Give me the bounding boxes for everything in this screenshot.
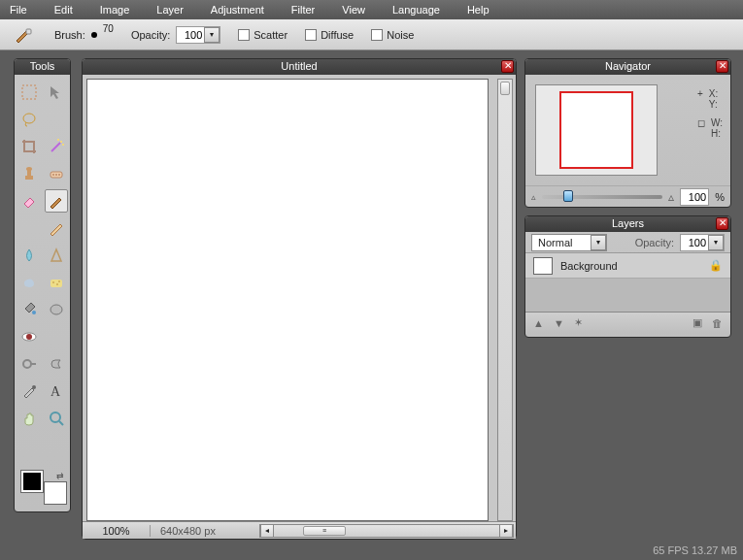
menu-help[interactable]: Help: [467, 4, 490, 16]
zoom-in-icon[interactable]: ▵: [668, 190, 674, 204]
horizontal-scroll-thumb[interactable]: ≡: [303, 526, 346, 536]
document-body: [83, 75, 516, 521]
menu-file[interactable]: File: [10, 4, 27, 16]
vertical-scrollbar[interactable]: [497, 79, 513, 521]
swap-colors-icon[interactable]: ⇄: [56, 471, 64, 480]
svg-point-5: [62, 144, 64, 146]
tools-grid: A: [15, 75, 70, 436]
menu-adjustment[interactable]: Adjustment: [211, 4, 264, 16]
brush-option[interactable]: Brush: 70: [54, 29, 114, 41]
layer-item[interactable]: Background 🔒: [525, 253, 730, 279]
menu-edit[interactable]: Edit: [54, 4, 73, 16]
zoom-slider-thumb[interactable]: [563, 190, 573, 202]
delete-layer-icon[interactable]: 🗑: [712, 317, 723, 329]
stamp-tool[interactable]: [17, 162, 41, 185]
wand-tool[interactable]: [45, 135, 68, 158]
blur-tool[interactable]: [17, 244, 41, 267]
document-window: Untitled ✕ 100% 640x480 px ◂ ≡ ▸: [82, 58, 517, 540]
layer-merge-icon[interactable]: ✶: [574, 316, 583, 329]
pencil-tool[interactable]: [45, 216, 68, 240]
empty-tool-1: [45, 108, 68, 131]
menu-filter[interactable]: Filter: [291, 4, 315, 16]
dodge-tool[interactable]: [17, 352, 41, 376]
menu-layer[interactable]: Layer: [156, 4, 184, 16]
svg-point-17: [32, 311, 36, 314]
horizontal-scrollbar[interactable]: ◂ ≡ ▸: [259, 524, 514, 538]
lasso-tool[interactable]: [17, 108, 41, 131]
svg-rect-1: [22, 85, 36, 99]
background-color[interactable]: [45, 482, 66, 504]
brush-label: Brush:: [54, 29, 85, 41]
zoom-input[interactable]: [681, 191, 708, 203]
layer-opacity-dropdown-button[interactable]: ▾: [708, 235, 724, 250]
close-button[interactable]: ✕: [716, 217, 728, 230]
text-tool[interactable]: A: [45, 379, 68, 403]
eyedropper-tool[interactable]: [17, 379, 41, 403]
smudge-tool[interactable]: [17, 271, 41, 294]
crop-tool[interactable]: [17, 135, 41, 158]
scroll-left-button[interactable]: ◂: [260, 525, 274, 537]
svg-point-12: [58, 174, 60, 176]
scatter-checkbox[interactable]: Scatter: [238, 29, 287, 41]
noise-checkbox[interactable]: Noise: [371, 29, 414, 41]
menu-view[interactable]: View: [342, 4, 365, 16]
zoom-tool[interactable]: [45, 407, 68, 430]
zoom-out-icon[interactable]: ▵: [531, 192, 536, 202]
nav-x-label: X:: [709, 88, 718, 99]
sharpen-tool[interactable]: [45, 244, 68, 267]
close-button[interactable]: ✕: [716, 60, 728, 73]
canvas[interactable]: [86, 79, 489, 521]
marquee-tool[interactable]: [17, 81, 41, 104]
scroll-right-button[interactable]: ▸: [499, 525, 513, 537]
menu-language[interactable]: Language: [392, 4, 440, 16]
hand-tool[interactable]: [17, 407, 41, 430]
foreground-color[interactable]: [21, 471, 43, 492]
move-up-icon[interactable]: ▲: [533, 317, 544, 329]
lock-icon[interactable]: 🔒: [709, 259, 723, 272]
color-well: ⇄: [21, 471, 66, 504]
svg-point-20: [26, 334, 32, 340]
zoom-input-box[interactable]: [680, 188, 709, 206]
nav-h-label: H:: [711, 128, 721, 139]
layer-opacity-box[interactable]: ▾: [680, 234, 725, 251]
layers-panel: Layers ✕ Normal ▾ Opacity: ▾ Background …: [524, 215, 731, 338]
navigator-titlebar[interactable]: Navigator ✕: [525, 59, 730, 75]
empty-tool-3: [45, 325, 68, 348]
opacity-dropdown-button[interactable]: ▾: [204, 27, 220, 43]
layers-titlebar[interactable]: Layers ✕: [525, 216, 730, 232]
tools-panel-title[interactable]: Tools: [15, 59, 70, 75]
vertical-scroll-thumb[interactable]: [500, 82, 510, 95]
diffuse-checkbox[interactable]: Diffuse: [305, 29, 354, 41]
app-status: 65 FPS 13.27 MB: [653, 544, 737, 556]
layer-opacity-input[interactable]: [681, 237, 708, 248]
menu-image[interactable]: Image: [100, 4, 130, 16]
close-button[interactable]: ✕: [501, 60, 514, 73]
blendmode-select[interactable]: Normal ▾: [531, 234, 607, 251]
eraser-tool[interactable]: [17, 189, 41, 213]
redeye-tool[interactable]: [17, 325, 41, 348]
zoom-level[interactable]: 100%: [83, 525, 151, 537]
empty-tool-2: [17, 216, 41, 240]
heal-tool[interactable]: [45, 162, 68, 185]
opacity-input[interactable]: [177, 29, 204, 41]
move-down-icon[interactable]: ▼: [554, 317, 564, 329]
sponge-tool[interactable]: [45, 271, 68, 294]
navigator-preview[interactable]: [535, 84, 658, 176]
svg-point-10: [52, 174, 54, 176]
burn-tool[interactable]: [45, 352, 68, 376]
gradient-tool[interactable]: [45, 298, 68, 321]
opacity-label: Opacity:: [131, 29, 170, 41]
move-tool[interactable]: [45, 81, 68, 104]
opacity-input-box[interactable]: ▾: [176, 26, 220, 44]
svg-rect-13: [51, 280, 62, 287]
layer-name: Background: [560, 260, 701, 272]
zoom-percent-label: %: [715, 191, 725, 203]
svg-rect-6: [25, 176, 33, 180]
document-titlebar[interactable]: Untitled ✕: [83, 59, 516, 75]
blendmode-dropdown-button[interactable]: ▾: [591, 235, 606, 250]
bounds-icon: ◻: [697, 117, 705, 139]
brush-tool[interactable]: [45, 189, 68, 213]
new-layer-icon[interactable]: ▣: [692, 316, 702, 329]
zoom-slider[interactable]: [542, 195, 662, 199]
bucket-tool[interactable]: [17, 298, 41, 321]
